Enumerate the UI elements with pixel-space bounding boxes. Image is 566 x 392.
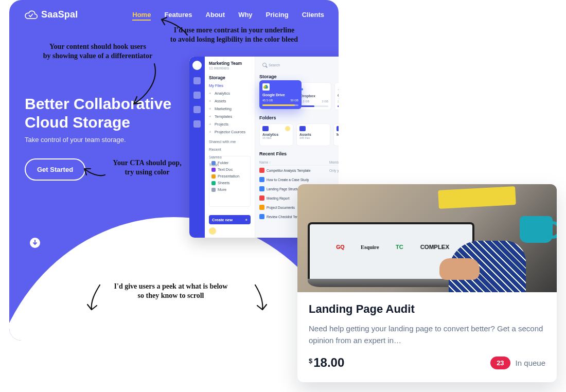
new-folder[interactable]: Folder [211,161,248,165]
annotation-arrow-icon [84,283,105,316]
subheadline: Take control of your team storage. [25,136,126,144]
create-new-menu: Folder Text Doc Presentation Sheets More [209,156,251,207]
file-icon [259,195,264,201]
rail-gear-icon[interactable] [193,120,201,128]
folders-row: Analytics 15 files Assets 345 files Mark… [259,123,339,146]
storage-card-google-drive[interactable]: Google Drive 45.5 GB50 GB [259,80,302,109]
annotation-arrow-icon [81,164,107,181]
my-files-link[interactable]: My Files [209,83,251,88]
queue-info: 23 In queue [490,357,545,369]
sort-icon[interactable]: ↑ [269,161,271,164]
file-icon [259,186,264,191]
brand-logo[interactable]: SaaSpal [24,9,78,20]
storage-section: Storage [209,75,251,80]
dropbox-icon: ⬧ [300,85,328,92]
member-avatar-icon [285,126,290,131]
new-more[interactable]: More [211,187,248,192]
search-input[interactable]: Search [259,61,339,69]
product-description: Need help getting your landing page to c… [309,323,545,346]
side-recent[interactable]: Recent [209,147,251,152]
annotation-arrow-icon [251,283,272,316]
annotation-arrow-icon [129,62,165,110]
team-name: Marketing Team [209,61,251,66]
dashboard-sidebar: Marketing Team 11 members Storage My Fil… [205,57,255,238]
tree-assets[interactable]: Assets [209,99,251,103]
folder-icon [262,126,269,131]
product-card[interactable]: GQ Esquire TC COMPLEX Landing Page Audit… [297,184,557,382]
folder-analytics[interactable]: Analytics 15 files [259,123,293,146]
folder-icon [211,161,216,165]
folder-marketing[interactable]: Marketing [333,123,339,146]
product-title: Landing Page Audit [309,302,545,316]
rail-circle-icon[interactable] [193,92,201,99]
table-row[interactable]: How to Create a Case Study [259,175,339,184]
tree-marketing[interactable]: Marketing [209,106,251,111]
file-icon [259,214,264,219]
storage-card-onedrive[interactable]: ☁ OneDrive 2.5 GB5 GB [334,82,339,110]
product-body: Landing Page Audit Need help getting you… [297,292,557,382]
team-members: 11 members [209,66,251,70]
tree-projector-courses[interactable]: Projector Cources [209,130,251,134]
book-prop [438,186,516,209]
currency-symbol: $ [309,357,312,365]
plus-icon: + [245,218,247,222]
new-text-doc[interactable]: Text Doc [211,167,248,172]
hands-prop [423,230,526,292]
annotation-hook: Your content should hook users by showin… [21,42,175,60]
rail-card-icon[interactable] [193,77,201,84]
doc-icon [211,168,216,172]
create-new-button[interactable]: Create new+ [209,215,251,224]
folder-icon [337,126,339,131]
landing-page-preview: SaaSpal Home Features About Why Pricing … [9,0,339,341]
tree-analytics[interactable]: Analytics [209,91,251,96]
cloud-check-icon [24,10,38,20]
search-icon [262,63,267,67]
tree-templates[interactable]: Templates [209,114,251,119]
dashboard-rail [189,57,205,238]
get-started-button[interactable]: Get Started [25,158,85,181]
sheets-icon [211,181,216,185]
new-presentation[interactable]: Presentation [211,174,248,179]
nav-about[interactable]: About [206,11,225,19]
arrow-down-icon [32,240,38,246]
annotation-arrow-icon [155,16,191,38]
queue-label: In queue [516,359,545,367]
tree-projects[interactable]: Projects [209,122,251,127]
storage-heading: Storage [259,74,339,79]
rail-logo-icon[interactable] [192,61,202,70]
folders-heading: Folders [259,115,339,120]
price-value: 18.00 [313,355,344,370]
side-shared[interactable]: Shared with me [209,139,251,144]
more-icon [211,188,216,192]
product-price: $ 18.00 [309,355,344,370]
file-icon [259,177,264,182]
brand-name: SaaSpal [41,9,78,20]
product-image: GQ Esquire TC COMPLEX [297,184,557,292]
folder-assets[interactable]: Assets 345 files [296,123,330,146]
onedrive-icon: ☁ [338,85,339,91]
nav-why[interactable]: Why [238,11,252,19]
new-sheets[interactable]: Sheets [211,181,248,185]
annotation-cta: Your CTA should pop, try using color [96,158,199,176]
file-icon [259,168,264,173]
rail-user-icon[interactable] [193,106,201,113]
storage-card-dropbox[interactable]: ⬧ Dropbox 1.2 GB3 GB [297,82,331,110]
headline-line-2: Cloud Storage [25,114,130,131]
table-row[interactable]: Competitor Analysis TemplateOnly you [259,166,339,175]
nav-home[interactable]: Home [132,11,151,19]
search-placeholder: Search [269,63,280,67]
nav-pricing[interactable]: Pricing [266,11,289,19]
recent-files-heading: Recent Files [259,151,339,156]
storage-cards-row: ⬧ Dropbox 1.2 GB3 GB ☁ OneDrive 2.5 GB5 … [297,82,339,110]
scroll-indicator[interactable] [29,237,41,249]
nav-clients[interactable]: Clients [302,11,324,19]
google-drive-icon [262,83,270,91]
user-avatar[interactable] [209,227,216,235]
queue-count-badge: 23 [490,357,510,369]
presentation-icon [211,174,216,179]
folder-icon [299,126,306,131]
annotation-peek: I'd give users a peek at what is below s… [89,282,253,300]
file-icon [259,205,264,210]
